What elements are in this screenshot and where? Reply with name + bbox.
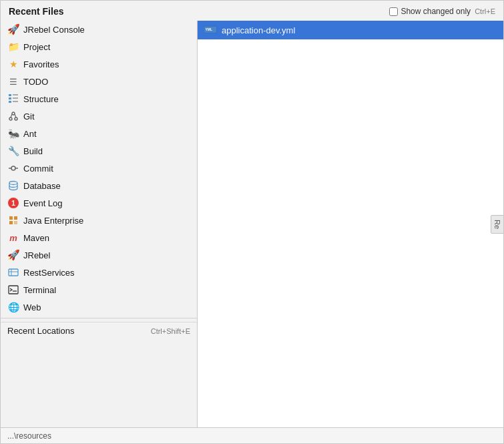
database-icon [7, 180, 19, 192]
dialog-title: Recent Files [9, 6, 63, 17]
sidebar-item-todo[interactable]: ☰ TODO [1, 73, 197, 90]
sidebar-item-label: Web [23, 302, 192, 312]
show-changed-only-label[interactable]: Show changed only [389, 7, 471, 16]
file-item-selected[interactable]: YML application-dev.yml [198, 21, 503, 39]
sidebar-item-label: Java Enterprise [23, 216, 192, 226]
folder-icon: 📁 [7, 41, 19, 53]
sidebar-item-label: Project [23, 42, 192, 52]
rest-icon [7, 266, 19, 278]
sidebar-item-structure[interactable]: Structure [1, 90, 197, 107]
right-edge-tab[interactable]: Re [491, 214, 503, 233]
svg-rect-16 [14, 216, 17, 220]
sidebar-item-label: Event Log [23, 198, 192, 208]
svg-point-7 [9, 118, 12, 120]
ant-icon: 🐜 [7, 128, 19, 140]
dialog-header: Recent Files Show changed only Ctrl+E [1, 1, 503, 21]
sidebar-item-maven[interactable]: m Maven [1, 229, 197, 246]
sidebar-item-label: RestServices [23, 268, 192, 278]
svg-rect-15 [9, 216, 13, 220]
sidebar-item-label: Git [23, 112, 192, 122]
sidebar-item-web[interactable]: 🌐 Web [1, 298, 197, 316]
svg-rect-0 [9, 94, 11, 96]
svg-rect-4 [13, 97, 18, 99]
sidebar-item-label: TODO [23, 77, 192, 87]
git-icon [7, 110, 19, 122]
svg-rect-18 [14, 221, 17, 224]
sidebar-item-label: Maven [23, 233, 192, 243]
svg-rect-17 [9, 221, 13, 224]
sidebar-item-favorites[interactable]: ★ Favorites [1, 55, 197, 73]
jrebel-icon: 🚀 [7, 23, 19, 35]
sidebar-item-git[interactable]: Git [1, 107, 197, 125]
svg-rect-1 [9, 97, 11, 99]
event-log-badge: 1 [8, 198, 19, 208]
sidebar-item-commit[interactable]: Commit [1, 160, 197, 177]
sidebar-item-label: Build [23, 146, 192, 156]
sidebar-item-ant[interactable]: 🐜 Ant [1, 125, 197, 142]
file-path: ...\resources [7, 431, 51, 441]
star-icon: ★ [7, 58, 19, 70]
structure-icon [7, 93, 19, 105]
svg-rect-3 [13, 94, 18, 95]
maven-icon: m [7, 232, 19, 244]
sidebar-item-jrebel-console[interactable]: 🚀 JRebel Console [1, 21, 197, 38]
svg-rect-5 [13, 101, 18, 102]
sidebar-item-event-log[interactable]: 1 Event Log [1, 194, 197, 212]
recent-locations-item[interactable]: Recent Locations Ctrl+Shift+E [1, 322, 197, 339]
svg-line-9 [11, 114, 12, 118]
menu-separator [1, 318, 197, 318]
build-icon: 🔧 [7, 145, 19, 157]
header-controls: Show changed only Ctrl+E [389, 7, 495, 16]
sidebar-item-label: Structure [23, 94, 192, 104]
eventlog-icon: 1 [7, 197, 19, 209]
sidebar-item-label: Commit [23, 164, 192, 174]
left-panel: 🚀 JRebel Console 📁 Project ★ Favorites ☰… [1, 21, 198, 427]
svg-line-10 [15, 114, 16, 118]
svg-rect-22 [9, 286, 18, 294]
sidebar-item-label: Favorites [23, 59, 192, 69]
recent-locations-shortcut: Ctrl+Shift+E [151, 327, 190, 335]
sidebar-item-project[interactable]: 📁 Project [1, 38, 197, 55]
show-changed-only-checkbox[interactable] [389, 7, 398, 16]
svg-point-6 [12, 112, 15, 115]
yml-icon: YML [204, 25, 218, 35]
svg-rect-19 [9, 269, 18, 276]
main-area: 🚀 JRebel Console 📁 Project ★ Favorites ☰… [1, 21, 503, 427]
right-panel: YML application-dev.yml Re [198, 21, 503, 427]
sidebar-item-terminal[interactable]: Terminal [1, 281, 197, 298]
recent-locations-label: Recent Locations [7, 326, 146, 336]
svg-point-11 [11, 166, 15, 170]
bottom-bar: ...\resources [1, 427, 503, 443]
sidebar-item-database[interactable]: Database [1, 177, 197, 194]
sidebar-item-java-enterprise[interactable]: Java Enterprise [1, 212, 197, 229]
recent-files-dialog: Recent Files Show changed only Ctrl+E 🚀 … [0, 0, 504, 444]
sidebar-item-jrebel[interactable]: 🚀 JRebel [1, 246, 197, 264]
sidebar-item-label: Database [23, 181, 192, 191]
sidebar-item-label: Ant [23, 129, 192, 139]
svg-point-14 [9, 182, 17, 185]
web-icon: 🌐 [7, 301, 19, 313]
commit-icon [7, 162, 19, 174]
sidebar-item-rest-services[interactable]: RestServices [1, 264, 197, 281]
terminal-icon [7, 284, 19, 296]
list-icon: ☰ [7, 75, 19, 87]
jrebel2-icon: 🚀 [7, 249, 19, 261]
svg-text:YML: YML [205, 27, 212, 31]
sidebar-item-label: JRebel [23, 250, 192, 260]
sidebar-item-label: Terminal [23, 285, 192, 295]
svg-rect-2 [9, 101, 11, 103]
javaee-icon [7, 214, 19, 226]
file-name: application-dev.yml [222, 25, 295, 35]
svg-point-8 [15, 118, 17, 120]
sidebar-item-label: JRebel Console [23, 25, 192, 35]
show-changed-only-text: Show changed only [401, 7, 471, 16]
show-changed-shortcut: Ctrl+E [475, 7, 495, 15]
sidebar-item-build[interactable]: 🔧 Build [1, 142, 197, 160]
